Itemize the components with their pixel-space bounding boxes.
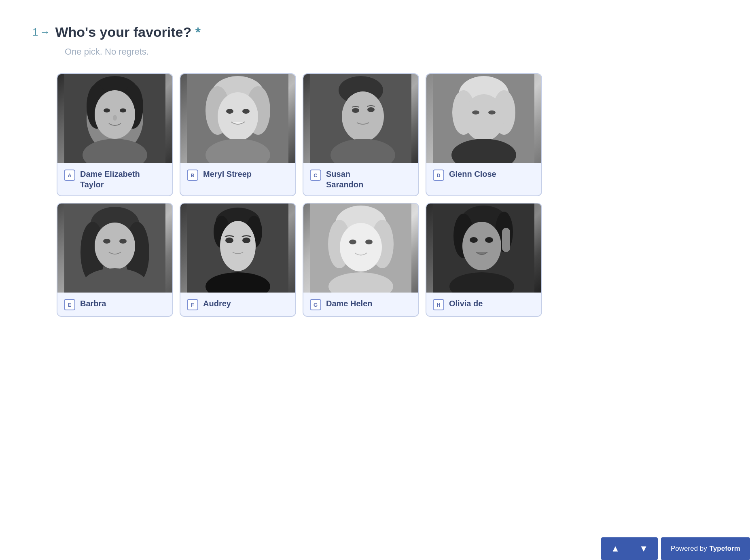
choice-card-d[interactable]: D Glenn Close [426,73,542,196]
svg-point-47 [242,238,250,243]
choice-footer-b: B Meryl Streep [180,163,295,187]
question-header: 1 → Who's your favorite? * [32,24,718,40]
svg-point-39 [119,239,127,244]
choice-footer-h: H Olivia de [426,293,541,316]
choice-key-c: C [310,170,321,181]
choice-image-g [303,204,418,293]
svg-point-37 [95,223,135,269]
svg-point-45 [220,221,256,271]
powered-by-label: Powered by Typeform [661,537,750,560]
choice-key-d: D [433,170,444,181]
question-title: Who's your favorite? * [55,24,200,40]
svg-point-62 [462,222,501,270]
question-number: 1 → [32,26,50,38]
choice-card-a[interactable]: A Dame ElizabethTaylor [57,73,173,196]
svg-point-64 [485,237,493,243]
choice-label-h: Olivia de [449,298,483,309]
svg-point-9 [113,115,117,121]
choice-key-e: E [64,299,75,310]
svg-point-8 [120,108,126,112]
choice-label-d: Glenn Close [449,169,496,179]
typeform-brand: Typeform [710,545,740,553]
question-required: * [195,24,201,40]
svg-point-23 [367,107,375,112]
choice-footer-g: G Dame Helen [303,293,418,316]
choice-image-h [426,204,541,293]
svg-point-7 [104,108,110,112]
choice-card-c[interactable]: C SusanSarandon [303,73,419,196]
choice-image-a [57,74,172,163]
svg-point-15 [218,92,258,141]
svg-point-63 [470,237,478,243]
choice-image-f [180,204,295,293]
choice-label-e: Barbra [80,298,106,309]
choice-key-g: G [310,299,321,310]
powered-by-text: Powered by [671,545,707,553]
svg-point-46 [225,238,233,243]
choice-footer-a: A Dame ElizabethTaylor [57,163,172,195]
svg-point-29 [464,94,504,141]
nav-down-button[interactable]: ▼ [629,537,658,560]
svg-point-6 [95,90,135,139]
choice-key-b: B [187,170,198,181]
choice-label-b: Meryl Streep [203,169,252,179]
choice-key-f: F [187,299,198,310]
choice-footer-c: C SusanSarandon [303,163,418,195]
nav-up-button[interactable]: ▲ [601,537,629,560]
choice-card-b[interactable]: B Meryl Streep [180,73,296,196]
bottom-bar: ▲ ▼ Powered by Typeform [601,537,750,560]
choice-image-d [426,74,541,163]
choice-label-a: Dame ElizabethTaylor [80,169,140,190]
choice-footer-e: E Barbra [57,293,172,316]
choice-card-e[interactable]: E Barbra [57,203,173,317]
svg-point-54 [349,240,356,244]
svg-rect-61 [502,228,510,252]
svg-point-17 [242,109,250,114]
choice-label-f: Audrey [203,298,231,309]
svg-point-31 [488,110,496,115]
choice-footer-f: F Audrey [180,293,295,316]
question-number-value: 1 [32,26,38,38]
svg-point-30 [472,110,479,115]
choice-key-h: H [433,299,444,310]
choice-card-f[interactable]: F Audrey [180,203,296,317]
choice-key-a: A [64,170,75,181]
choice-card-h[interactable]: H Olivia de [426,203,542,317]
question-subtitle: One pick. No regrets. [65,47,718,57]
choice-image-e [57,204,172,293]
choice-label-c: SusanSarandon [326,169,363,190]
choice-image-c [303,74,418,163]
question-arrow: → [40,26,50,38]
choice-label-g: Dame Helen [326,298,373,309]
question-title-text: Who's your favorite? [55,24,191,40]
svg-point-21 [342,91,384,142]
svg-point-16 [226,109,233,114]
choices-grid: A Dame ElizabethTaylor [57,73,542,317]
svg-point-53 [340,223,382,272]
svg-point-38 [103,239,110,244]
choice-card-g[interactable]: G Dame Helen [303,203,419,317]
choice-image-b [180,74,295,163]
svg-point-55 [365,240,373,244]
choice-footer-d: D Glenn Close [426,163,541,187]
svg-point-22 [352,108,359,113]
